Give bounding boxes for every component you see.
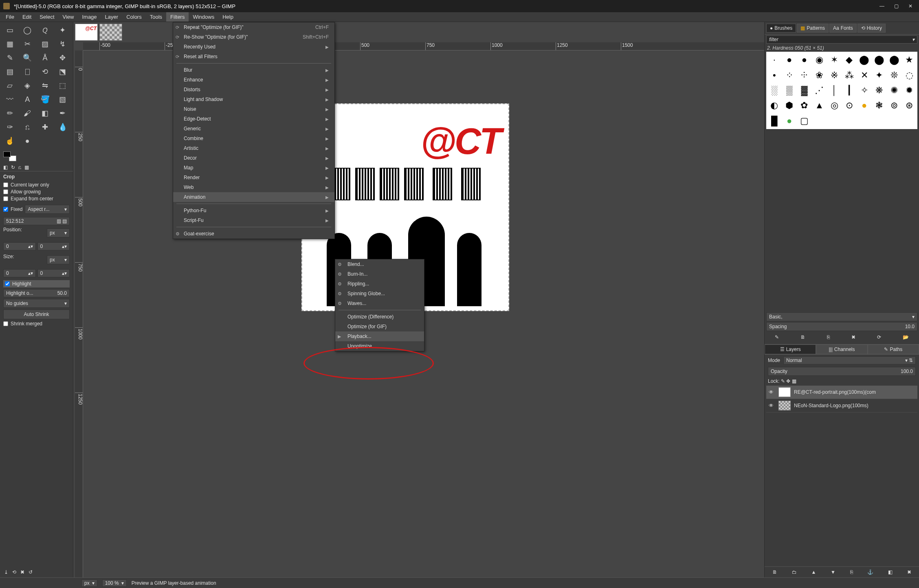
- highlight-opacity[interactable]: Highlight o...50.0: [3, 289, 70, 297]
- dup-brush-icon[interactable]: ⎘: [827, 334, 830, 340]
- layer-down-icon[interactable]: ▼: [831, 569, 835, 575]
- color-picker-tool[interactable]: ✎: [2, 51, 18, 64]
- pos-y[interactable]: 0▴▾: [37, 242, 70, 250]
- mask-layer-icon[interactable]: ◧: [888, 569, 893, 575]
- menu-noise[interactable]: Noise▶: [173, 104, 334, 114]
- menu-enhance[interactable]: Enhance▶: [173, 75, 334, 85]
- history-tab-icon[interactable]: ⎌: [18, 165, 21, 170]
- dodge-tool[interactable]: ●: [19, 134, 35, 147]
- menu-image[interactable]: Image: [78, 12, 101, 22]
- dup-layer-icon[interactable]: ⎘: [850, 569, 853, 575]
- submenu-rippling[interactable]: ⚙Rippling...: [335, 279, 424, 289]
- paths-tool[interactable]: ↯: [55, 37, 71, 50]
- opt-allow-growing[interactable]: Allow growing: [3, 189, 70, 195]
- layer-row-1[interactable]: 👁 NEoN-Standard-Logo.png(100ms): [766, 399, 917, 412]
- pos-x[interactable]: 0▴▾: [3, 242, 36, 250]
- lasso-tool[interactable]: 𝘘: [37, 24, 53, 37]
- menu-python-fu[interactable]: Python-Fu▶: [173, 206, 334, 215]
- menu-generic[interactable]: Generic▶: [173, 124, 334, 134]
- menu-reshow[interactable]: ⟳Re-Show "Optimize (for GIF)"Shift+Ctrl+…: [173, 32, 334, 42]
- perspective-tool[interactable]: ◈: [19, 79, 35, 92]
- anchor-layer-icon[interactable]: ⚓: [867, 569, 873, 575]
- brush-filter-input[interactable]: filter▾: [766, 35, 917, 44]
- menu-script-fu[interactable]: Script-Fu▶: [173, 215, 334, 225]
- tab-brushes[interactable]: ●Brushes: [766, 24, 796, 33]
- edit-brush-icon[interactable]: ✎: [775, 334, 779, 340]
- move-tool[interactable]: ✥: [55, 51, 71, 64]
- pencil-tool[interactable]: ✏: [2, 107, 18, 120]
- eye-icon[interactable]: 👁: [769, 389, 775, 395]
- refresh-brush-icon[interactable]: ⟳: [877, 334, 881, 340]
- del-brush-icon[interactable]: ✖: [851, 334, 855, 340]
- new-brush-icon[interactable]: 🗎: [800, 334, 805, 340]
- menu-help[interactable]: Help: [218, 12, 237, 22]
- foreground-select-tool[interactable]: ▨: [37, 37, 53, 50]
- menu-repeat[interactable]: ⟳Repeat "Optimize (for GIF)"Ctrl+F: [173, 22, 334, 32]
- clone-tool[interactable]: ⎌: [19, 121, 35, 134]
- maximize-button[interactable]: ▢: [894, 3, 899, 9]
- menu-view[interactable]: View: [59, 12, 78, 22]
- status-unit[interactable]: px▾: [81, 579, 97, 587]
- menu-file[interactable]: File: [2, 12, 18, 22]
- brush-spacing[interactable]: Spacing10.0: [766, 322, 917, 331]
- menu-decor[interactable]: Decor▶: [173, 153, 334, 163]
- text-tool[interactable]: A: [19, 93, 35, 106]
- eraser-tool[interactable]: ◧: [37, 107, 53, 120]
- aspect-select[interactable]: Aspect r...▾: [25, 205, 70, 214]
- image-thumb-2[interactable]: [99, 24, 122, 41]
- brush-grid[interactable]: ·●●◉✶◆⬤⬤⬤★ •⁘⸭❀※⁂✕✦❊◌ ░▒▓⋰│┃✧❋✺✹ ◐⬢✿▲◎⊙●…: [766, 52, 917, 129]
- opacity-slider[interactable]: Opacity100.0: [768, 367, 916, 376]
- menu-reset-filters[interactable]: ⟳Reset all Filters: [173, 52, 334, 61]
- new-layer-icon[interactable]: 🗎: [772, 569, 777, 575]
- menu-animation[interactable]: Animation▶: [173, 192, 334, 202]
- tab-patterns[interactable]: ▦Patterns: [797, 24, 829, 33]
- menu-edge-detect[interactable]: Edge-Detect▶: [173, 114, 334, 124]
- mode-select[interactable]: Normal▾ ⇅: [783, 356, 916, 364]
- eye-icon[interactable]: 👁: [769, 403, 775, 408]
- blur-tool[interactable]: 💧: [55, 121, 71, 134]
- del-layer-icon[interactable]: ✖: [907, 569, 911, 575]
- minimize-button[interactable]: —: [879, 3, 884, 9]
- tool-opts-tab-icon[interactable]: ◧: [3, 165, 8, 170]
- menu-goat[interactable]: ⚙Goat-exercise: [173, 229, 334, 239]
- open-brush-icon[interactable]: 📂: [903, 334, 909, 340]
- scale-tool[interactable]: ⬔: [55, 65, 71, 78]
- opt-shrink-merged[interactable]: Shrink merged: [3, 321, 70, 327]
- smudge-tool[interactable]: ☝: [2, 134, 18, 147]
- guides-select[interactable]: No guides▾: [3, 299, 70, 308]
- zoom-tool[interactable]: 🔍: [19, 51, 35, 64]
- menu-light-shadow[interactable]: Light and Shadow▶: [173, 94, 334, 104]
- restore-opts-icon[interactable]: ⟲: [12, 569, 16, 575]
- rect-select-tool[interactable]: ▭: [2, 24, 18, 37]
- ratio-field[interactable]: 512:512▥ ▤: [3, 217, 70, 225]
- del-opts-icon[interactable]: ✖: [20, 569, 24, 575]
- tab-paths[interactable]: ✎Paths: [868, 344, 919, 354]
- menu-recent[interactable]: Recently Used▶: [173, 42, 334, 52]
- align-tool[interactable]: ▤: [2, 65, 18, 78]
- submenu-optimize-gif[interactable]: Optimize (for GIF): [335, 322, 424, 331]
- opt-expand-center[interactable]: Expand from center: [3, 196, 70, 202]
- menu-combine[interactable]: Combine▶: [173, 134, 334, 143]
- measure-tool[interactable]: Å: [37, 51, 53, 64]
- submenu-waves[interactable]: ⚙Waves...: [335, 298, 424, 308]
- color-select-tool[interactable]: ▦: [2, 37, 18, 50]
- fuzzy-select-tool[interactable]: ✦: [55, 24, 71, 37]
- brush-preset-select[interactable]: Basic,▾: [766, 312, 917, 321]
- lock-pixels-icon[interactable]: ✎: [781, 378, 785, 384]
- menu-layer[interactable]: Layer: [101, 12, 123, 22]
- submenu-spinning-globe[interactable]: ⚙Spinning Globe...: [335, 289, 424, 298]
- airbrush-tool[interactable]: ✒: [55, 107, 71, 120]
- tab-channels[interactable]: |||Channels: [816, 344, 867, 354]
- shear-tool[interactable]: ▱: [2, 79, 18, 92]
- submenu-optimize-diff[interactable]: Optimize (Difference): [335, 312, 424, 322]
- menu-tools[interactable]: Tools: [146, 12, 166, 22]
- opt-fixed[interactable]: Fixed: [3, 206, 22, 212]
- lock-pos-icon[interactable]: ✥: [786, 378, 790, 384]
- menu-web[interactable]: Web▶: [173, 182, 334, 192]
- submenu-unoptimize[interactable]: Unoptimize: [335, 341, 424, 351]
- tab-layers[interactable]: ☰Layers: [765, 344, 816, 354]
- status-zoom[interactable]: 100 %▾: [102, 579, 127, 587]
- submenu-blend[interactable]: ⚙Blend...: [335, 259, 424, 269]
- heal-tool[interactable]: ✚: [37, 121, 53, 134]
- image-tab-icon[interactable]: ▦: [24, 165, 29, 170]
